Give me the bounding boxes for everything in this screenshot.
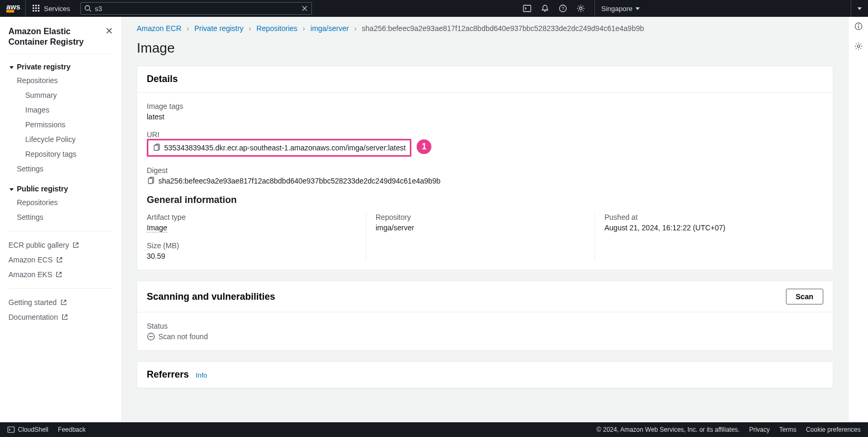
- global-search[interactable]: [80, 2, 312, 15]
- minus-circle-icon: [147, 332, 155, 341]
- svg-rect-18: [148, 178, 153, 184]
- help-icon[interactable]: ?: [559, 4, 567, 13]
- svg-point-24: [857, 45, 860, 48]
- external-link-icon: [72, 241, 79, 249]
- clear-search-icon[interactable]: [301, 5, 308, 12]
- svg-rect-17: [154, 145, 158, 150]
- sidebar-item-public-settings[interactable]: Settings: [8, 210, 113, 225]
- svg-rect-8: [38, 10, 39, 12]
- main-content: Amazon ECR › Private registry › Reposito…: [122, 17, 848, 422]
- close-sidebar-icon[interactable]: ✕: [105, 26, 113, 36]
- external-link-icon: [56, 256, 63, 263]
- grid-icon: [32, 4, 41, 13]
- pushed-at-label: Pushed at: [604, 213, 814, 221]
- copy-icon[interactable]: [153, 144, 161, 152]
- svg-point-9: [85, 6, 90, 11]
- sidebar-item-permissions[interactable]: Permissions: [8, 117, 113, 132]
- services-label: Services: [44, 5, 70, 13]
- copy-icon[interactable]: [147, 177, 155, 185]
- digest-value: sha256:befeec9a2e93ae817f12ac8bdbd640e93…: [158, 177, 440, 185]
- svg-rect-7: [35, 10, 37, 12]
- services-menu[interactable]: Services: [32, 4, 74, 13]
- digest-label: Digest: [147, 166, 823, 175]
- size-label: Size (MB): [147, 241, 356, 250]
- sidebar-item-private-settings[interactable]: Settings: [8, 161, 113, 176]
- breadcrumb-amazon-ecr[interactable]: Amazon ECR: [137, 24, 181, 33]
- right-rail: [848, 17, 868, 422]
- nav-section-public[interactable]: Public registry: [8, 182, 113, 195]
- sidebar-item-images[interactable]: Images: [8, 103, 113, 117]
- cloudshell-icon[interactable]: [523, 4, 531, 13]
- info-panel-icon[interactable]: [854, 22, 863, 33]
- breadcrumb: Amazon ECR › Private registry › Reposito…: [137, 24, 833, 33]
- notifications-icon[interactable]: [541, 4, 549, 13]
- sidebar-title: Amazon Elastic Container Registry: [8, 26, 105, 47]
- sidebar-item-eks[interactable]: Amazon EKS: [8, 267, 113, 282]
- panel-details: Details Image tags latest URI 5353438394…: [137, 66, 833, 270]
- svg-rect-0: [33, 5, 34, 6]
- sidebar-ext-label: Amazon EKS: [8, 270, 52, 279]
- aws-logo[interactable]: aws ▀▀▀: [6, 0, 26, 17]
- external-link-icon: [60, 299, 67, 306]
- sidebar-item-repotags[interactable]: Repository tags: [8, 147, 113, 161]
- panel-referrers: Referrers Info: [137, 361, 833, 389]
- search-input[interactable]: [95, 5, 298, 13]
- referrers-info-link[interactable]: Info: [196, 371, 207, 379]
- sidebar-item-getting-started[interactable]: Getting started: [8, 295, 113, 310]
- breadcrumb-current: sha256:befeec9a2e93ae817f12ac8bdbd640e93…: [362, 24, 644, 33]
- uri-value: 535343839435.dkr.ecr.ap-southeast-1.amaz…: [164, 144, 406, 152]
- sidebar-ext-label: Amazon ECS: [8, 256, 53, 264]
- image-tags-label: Image tags: [147, 102, 823, 110]
- external-link-icon: [61, 313, 68, 321]
- region-selector[interactable]: Singapore: [594, 0, 640, 17]
- svg-rect-3: [33, 7, 34, 9]
- svg-point-22: [858, 24, 859, 25]
- svg-rect-5: [38, 7, 39, 9]
- breadcrumb-private-registry[interactable]: Private registry: [194, 24, 243, 33]
- account-menu[interactable]: [851, 0, 862, 17]
- sidebar-item-summary[interactable]: Summary: [8, 88, 113, 103]
- region-label: Singapore: [601, 5, 632, 13]
- nav-section-private[interactable]: Private registry: [8, 60, 113, 73]
- repository-label: Repository: [376, 213, 585, 221]
- chevron-right-icon: ›: [354, 24, 357, 33]
- panel-referrers-heading: Referrers: [147, 369, 189, 380]
- nav-section-private-label: Private registry: [17, 63, 70, 71]
- svg-rect-2: [38, 5, 39, 6]
- size-value: 30.59: [147, 252, 356, 260]
- caret-down-icon: [8, 185, 14, 193]
- scan-status-value: Scan not found: [158, 332, 208, 341]
- artifact-type-value: Image: [147, 223, 167, 232]
- sidebar-item-public-repositories[interactable]: Repositories: [8, 195, 113, 210]
- svg-rect-1: [35, 5, 37, 6]
- sidebar-ext-label: Documentation: [8, 313, 58, 321]
- sidebar-item-documentation[interactable]: Documentation: [8, 310, 113, 324]
- top-nav: aws ▀▀▀ Services ? Singapore: [0, 0, 868, 17]
- page-title: Image: [137, 40, 833, 56]
- scan-button[interactable]: Scan: [786, 289, 823, 304]
- sidebar-item-repositories[interactable]: Repositories: [8, 73, 113, 88]
- external-link-icon: [55, 271, 63, 278]
- chevron-right-icon: ›: [249, 24, 251, 33]
- svg-rect-13: [523, 5, 531, 12]
- chevron-right-icon: ›: [302, 24, 305, 33]
- uri-label: URI: [147, 130, 823, 139]
- svg-text:?: ?: [562, 6, 564, 11]
- breadcrumb-repositories[interactable]: Repositories: [257, 24, 298, 33]
- sidebar-item-ecs[interactable]: Amazon ECS: [8, 252, 113, 267]
- nav-section-public-label: Public registry: [17, 185, 68, 193]
- svg-rect-23: [858, 26, 859, 28]
- preferences-panel-icon[interactable]: [854, 42, 863, 53]
- chevron-right-icon: ›: [187, 24, 189, 33]
- pushed-at-value: August 21, 2024, 16:12:22 (UTC+07): [604, 223, 814, 232]
- artifact-type-label: Artifact type: [147, 213, 356, 221]
- svg-rect-6: [33, 10, 34, 12]
- panel-scanning-heading: Scanning and vulnerabilities: [147, 291, 275, 302]
- breadcrumb-repo-name[interactable]: imga/server: [310, 24, 349, 33]
- settings-icon[interactable]: [577, 4, 585, 13]
- sidebar-item-ecr-gallery[interactable]: ECR public gallery: [8, 238, 113, 252]
- panel-scanning: Scanning and vulnerabilities Scan Status…: [137, 281, 833, 351]
- search-icon: [84, 5, 92, 12]
- sidebar-ext-label: ECR public gallery: [8, 241, 69, 249]
- sidebar-item-lifecycle[interactable]: Lifecycle Policy: [8, 132, 113, 147]
